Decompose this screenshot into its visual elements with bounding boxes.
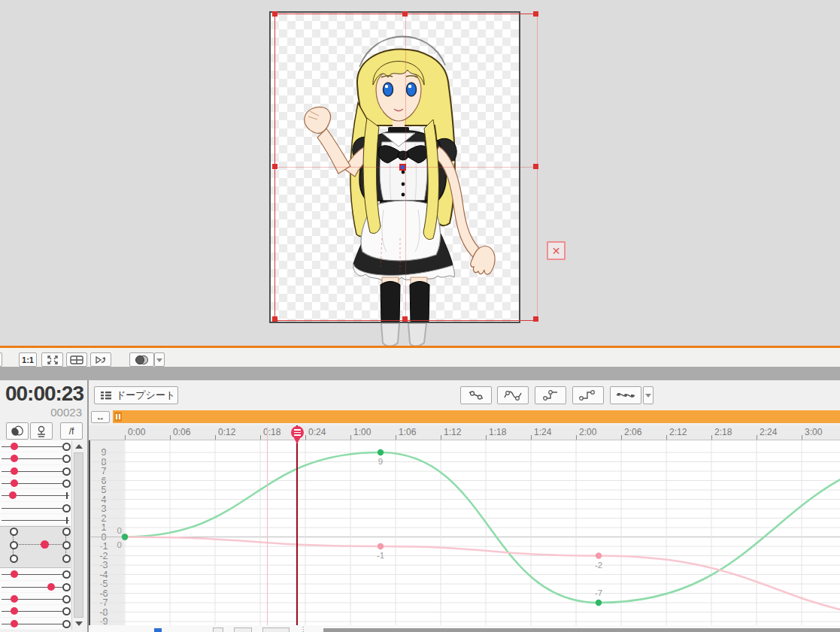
interp-linear-button[interactable] [460,386,492,404]
track-end-circle[interactable] [62,467,71,476]
keyframe-dot[interactable] [11,455,18,462]
group-keyframe-circle[interactable] [10,528,18,536]
property-track-row[interactable] [0,452,71,464]
ruler-tick-label: 1:06 [399,427,416,437]
property-track-row[interactable] [0,465,71,477]
onion-skin-icon [10,425,25,437]
frame-marker-line [267,427,268,625]
keyframe-point[interactable] [378,543,384,549]
selection-handle-mid-right[interactable] [533,164,538,169]
timeline-bottom-controls: ⋮ [89,625,840,632]
keyframe-dot[interactable] [9,491,17,499]
selection-handle-top-center[interactable] [402,11,408,17]
partial-button[interactable] [234,627,252,632]
property-track-list[interactable] [0,440,71,630]
track-end-circle[interactable] [62,620,71,628]
property-track-row[interactable] [0,618,71,630]
onion-skin-button[interactable] [6,422,29,440]
keyframe-dot[interactable] [11,467,18,475]
selection-handle-top-left[interactable] [272,11,277,17]
selection-handle-bottom-center[interactable] [402,316,408,322]
interp-smooth-button[interactable] [497,386,529,404]
group-keyframe-circle[interactable] [10,541,18,549]
onion-skin-icon [134,355,150,365]
keyframe-dot[interactable] [11,607,18,615]
dope-sheet-mode-button[interactable]: ドープシート [94,386,178,404]
selection-handle-bottom-left[interactable] [272,316,277,322]
animation-curve[interactable] [125,537,840,622]
grid-toggle-button[interactable] [66,352,87,367]
playhead-line[interactable] [296,425,298,625]
keyframe-point[interactable] [596,600,602,606]
track-end-circle[interactable] [62,455,71,463]
group-keyframe-circle[interactable] [62,555,71,563]
track-end-circle[interactable] [62,583,71,591]
track-line [2,508,69,509]
keyframe-dot[interactable] [11,620,18,627]
keyframe-dot[interactable] [11,443,18,450]
track-end-circle[interactable] [62,479,71,488]
group-keyframe-circle[interactable] [62,541,71,549]
flip-playback-button[interactable] [90,352,111,367]
property-track-row[interactable] [0,489,71,501]
track-list-scrollbar[interactable] [71,440,84,630]
onion-skin-toggle-button[interactable] [129,352,154,367]
actual-size-button[interactable]: 1:1 [19,352,37,367]
range-start-marker[interactable] [114,412,122,422]
keyframe-point[interactable] [596,552,602,558]
onion-skin-dropdown-button[interactable] [154,352,165,367]
timeline-range-bar[interactable] [113,410,840,423]
track-end-circle[interactable] [62,595,71,603]
group-keyframe-circle[interactable] [10,555,18,563]
ruler-tick-label: 3:00 [805,427,822,437]
curve-plot[interactable]: 0-1-209-7 [91,440,840,625]
property-track-row[interactable] [0,477,71,489]
partial-button[interactable] [213,627,223,632]
interp-step-hold-icon [541,389,560,401]
scroll-down-icon[interactable] [75,621,83,626]
window-splitter[interactable] [0,367,840,380]
property-track-row[interactable] [0,581,71,593]
keyframe-dot[interactable] [47,583,55,591]
timeline-horizontal-scrollbar[interactable] [323,628,840,632]
keyframe-dot[interactable] [11,570,18,578]
property-track-row[interactable] [0,514,71,526]
keyframe-value-label: -1 [377,551,384,560]
group-keyframe-circle[interactable] [62,528,71,536]
scrollbar-thumb[interactable] [74,452,83,618]
property-track-row[interactable] [0,502,71,514]
selection-handle-bottom-right[interactable] [533,316,538,322]
frame-rate-button[interactable]: /f [60,422,83,440]
property-track-row[interactable] [0,440,71,452]
track-end-circle[interactable] [62,443,71,451]
track-end-circle[interactable] [62,504,71,513]
partial-button[interactable] [262,627,290,632]
property-track-row[interactable] [0,568,71,580]
timeline-ruler[interactable]: 0:000:060:120:180:241:001:061:121:181:24… [89,425,840,440]
interp-bezier-button[interactable] [610,386,641,404]
track-end-circle[interactable] [62,570,71,579]
delete-selection-button[interactable]: ✕ [547,241,566,260]
selection-handle-mid-left[interactable] [272,164,277,169]
keyframe-dot[interactable] [11,595,18,603]
timeline-pan-button[interactable]: ↔ [91,411,110,423]
selected-track-group[interactable] [0,526,71,568]
property-track-row[interactable] [0,593,71,605]
loop-range-marker[interactable] [154,628,162,632]
scroll-up-icon[interactable] [75,444,83,449]
playhead-pin[interactable] [291,426,304,439]
property-track-row[interactable] [0,605,71,617]
keyframe-point[interactable] [378,449,384,455]
interp-step-hold-button[interactable] [535,386,566,404]
keyframe-point[interactable] [122,534,128,540]
interp-dropdown-button[interactable] [643,386,654,404]
selection-center-pivot-handle[interactable] [399,164,406,171]
fit-view-button[interactable] [41,352,63,367]
partial-button[interactable] [0,352,2,367]
keyframe-pin-button[interactable] [30,422,53,440]
selection-handle-top-right[interactable] [533,11,538,17]
keyframe-dot[interactable] [41,540,49,549]
interp-step-next-button[interactable] [572,386,604,404]
track-end-circle[interactable] [62,607,71,615]
keyframe-dot[interactable] [11,479,18,487]
